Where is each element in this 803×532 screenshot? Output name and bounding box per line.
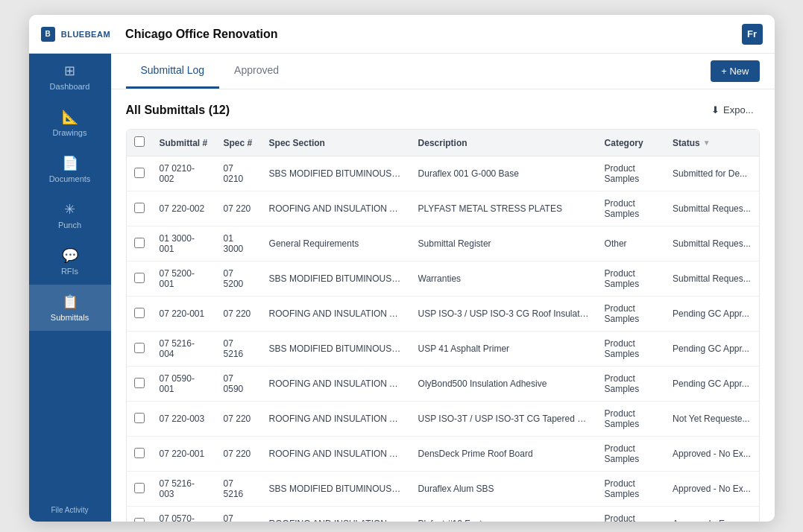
cell-spec-num: 07 5216: [216, 472, 262, 507]
cell-status: Pending GC Appr...: [665, 297, 758, 332]
cell-spec-section: ROOFING AND INSULATION ADHESIV...: [262, 437, 411, 472]
sidebar-item-submittals[interactable]: 📋 Submittals: [29, 285, 111, 331]
cell-spec-num: 07 0590: [216, 367, 262, 402]
table-row: 07 0590-001 07 0590 ROOFING AND INSULATI…: [127, 367, 759, 402]
sidebar-item-punch[interactable]: ✳ Punch: [29, 192, 111, 238]
row-checkbox-6[interactable]: [134, 378, 145, 388]
row-checkbox-8[interactable]: [134, 448, 145, 458]
drawings-icon: 📐: [62, 109, 78, 125]
row-checkbox-7[interactable]: [134, 413, 145, 423]
cell-status: Approved - No Ex...: [665, 472, 758, 507]
row-checkbox-cell: [127, 367, 152, 402]
file-activity-button[interactable]: File Activity: [29, 498, 111, 522]
cell-description: Duraflex 001 G-000 Base: [411, 156, 597, 191]
table-row: 07 220-002 07 220 ROOFING AND INSULATION…: [127, 191, 759, 227]
sidebar-item-documents[interactable]: 📄 Documents: [29, 146, 111, 192]
row-checkbox-1[interactable]: [134, 203, 145, 213]
col-spec-num: Spec #: [216, 130, 262, 156]
cell-spec-section: SBS MODIFIED BITUMINOUS MEMBR...: [262, 262, 411, 297]
cell-submittal-num: 07 5216-003: [152, 472, 216, 507]
tab-submittal-log[interactable]: Submittal Log: [126, 54, 220, 89]
table-row: 07 0570-001 07 0570 ROOFING AND INSULATI…: [127, 507, 759, 522]
documents-icon: 📄: [62, 155, 78, 171]
tab-approved[interactable]: Approved: [219, 54, 294, 89]
cell-description: Plyfast #12 Fastener: [411, 507, 597, 522]
cell-submittal-num: 07 220-001: [152, 297, 216, 332]
table-header-row: Submittal # Spec # Spec Section Descript…: [127, 130, 759, 156]
cell-category: Product Samples: [597, 507, 666, 522]
cell-description: OlyBond500 Insulation Adhesive: [411, 367, 597, 402]
row-checkbox-10[interactable]: [134, 518, 145, 522]
user-avatar[interactable]: Fr: [742, 24, 763, 45]
cell-submittal-num: 07 220-001: [152, 437, 216, 472]
row-checkbox-cell: [127, 332, 152, 367]
sidebar-item-label: Drawings: [53, 128, 87, 137]
sidebar-item-label: Submittals: [51, 313, 89, 322]
action-button[interactable]: + New: [711, 60, 759, 82]
section-title: All Submittals (12): [126, 104, 230, 117]
row-checkbox-5[interactable]: [134, 343, 145, 353]
sidebar-item-label: RFIs: [61, 267, 78, 276]
cell-submittal-num: 01 3000-001: [152, 227, 216, 262]
sidebar-item-dashboard[interactable]: ⊞ Dashboard: [29, 54, 111, 100]
select-all-header: [127, 130, 152, 156]
cell-spec-section: SBS MODIFIED BITUMINOUS MEMBR...: [262, 156, 411, 191]
status-label: Status: [673, 138, 700, 148]
cell-submittal-num: 07 0570-001: [152, 507, 216, 522]
submittals-table: Submittal # Spec # Spec Section Descript…: [127, 130, 759, 522]
cell-category: Product Samples: [597, 332, 666, 367]
cell-description: USP ISO-3T / USP ISO-3T CG Tapered Roof …: [411, 402, 597, 437]
cell-spec-section: ROOFING AND INSULATION FASTENE...: [262, 507, 411, 522]
export-icon: ⬇: [711, 104, 719, 115]
cell-description: PLYFAST METAL STRESS PLATES: [411, 191, 597, 227]
sort-icon: ▼: [703, 139, 711, 147]
tabs: Submittal Log Approved + New: [126, 54, 760, 89]
cell-category: Product Samples: [597, 297, 666, 332]
cell-description: Duraflex Alum SBS: [411, 472, 597, 507]
cell-submittal-num: 07 0590-001: [152, 367, 216, 402]
sidebar-item-drawings[interactable]: 📐 Drawings: [29, 100, 111, 146]
cell-spec-num: 07 5216: [216, 332, 262, 367]
row-checkbox-cell: [127, 472, 152, 507]
row-checkbox-cell: [127, 297, 152, 332]
row-checkbox-0[interactable]: [134, 168, 145, 178]
sidebar-item-rfis[interactable]: 💬 RFIs: [29, 238, 111, 285]
cell-category: Other: [597, 227, 666, 262]
export-label: Expo...: [723, 104, 753, 115]
cell-category: Product Samples: [597, 262, 666, 297]
col-status[interactable]: Status ▼: [665, 130, 758, 156]
row-checkbox-2[interactable]: [134, 238, 145, 248]
row-checkbox-cell: [127, 191, 152, 227]
main-layout: ⊞ Dashboard 📐 Drawings 📄 Documents ✳ Pun…: [29, 54, 775, 522]
table-row: 01 3000-001 01 3000 General Requirements…: [127, 227, 759, 262]
cell-description: Submittal Register: [411, 227, 597, 262]
cell-description: Warranties: [411, 262, 597, 297]
select-all-checkbox[interactable]: [134, 136, 145, 147]
row-checkbox-cell: [127, 402, 152, 437]
cell-spec-num: 07 0210: [216, 156, 262, 191]
cell-spec-section: ROOFING AND INSULATION ADHESIV...: [262, 191, 411, 227]
cell-spec-section: SBS MODIFIED BITUMINOUS MEMBR...: [262, 472, 411, 507]
col-description: Description: [411, 130, 597, 156]
row-checkbox-9[interactable]: [134, 483, 145, 493]
row-checkbox-cell: [127, 507, 152, 522]
row-checkbox-cell: [127, 437, 152, 472]
cell-status: Submittal Reques...: [665, 191, 758, 227]
cell-status: Submittal Reques...: [665, 262, 758, 297]
table-row: 07 5216-004 07 5216 SBS MODIFIED BITUMIN…: [127, 332, 759, 367]
cell-status: Submittal Reques...: [665, 227, 758, 262]
submittals-icon: 📋: [62, 294, 78, 310]
row-checkbox-4[interactable]: [134, 308, 145, 318]
col-category: Category: [597, 130, 666, 156]
cell-spec-num: 07 220: [216, 437, 262, 472]
cell-spec-num: 07 220: [216, 297, 262, 332]
title-bar: B BLUEBEAM Chicago Office Renovation Fr: [29, 15, 775, 54]
cell-category: Product Samples: [597, 367, 666, 402]
project-title: Chicago Office Renovation: [125, 28, 277, 41]
cell-spec-num: 07 5200: [216, 262, 262, 297]
cell-submittal-num: 07 0210-002: [152, 156, 216, 191]
sidebar-item-label: Dashboard: [50, 82, 90, 91]
row-checkbox-3[interactable]: [134, 273, 145, 283]
cell-submittal-num: 07 5200-001: [152, 262, 216, 297]
export-button[interactable]: ⬇ Expo...: [705, 101, 759, 118]
